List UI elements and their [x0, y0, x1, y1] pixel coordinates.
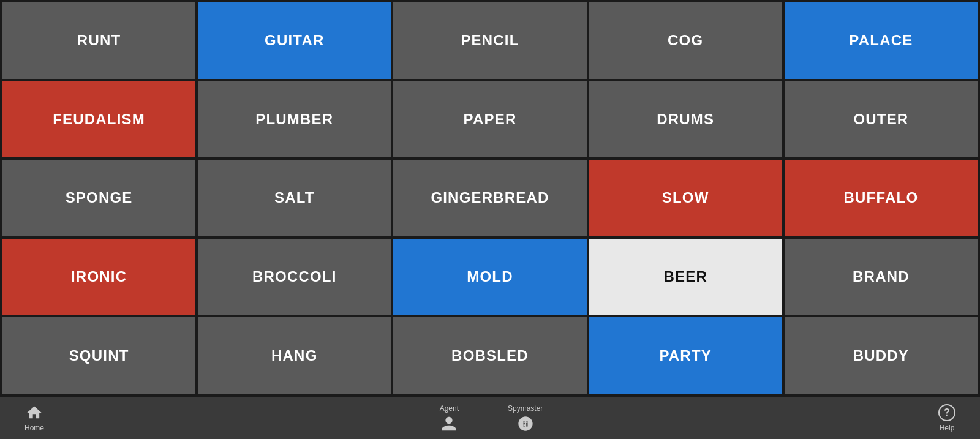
- agent-label: Agent: [440, 404, 459, 413]
- spymaster-nav[interactable]: Spymaster: [508, 404, 543, 432]
- center-nav: Agent Spymaster: [440, 404, 543, 432]
- help-label: Help: [940, 424, 955, 432]
- grid-cell-6[interactable]: PLUMBER: [198, 81, 391, 158]
- agent-nav[interactable]: Agent: [440, 404, 459, 432]
- bottom-navigation: Home Agent Spymaster ? Help: [0, 396, 980, 439]
- home-icon: [26, 404, 43, 421]
- grid-cell-0[interactable]: RUNT: [2, 2, 195, 79]
- agent-icon: [440, 415, 458, 432]
- grid-cell-1[interactable]: GUITAR: [198, 2, 391, 79]
- grid-cell-12[interactable]: GINGERBREAD: [393, 160, 586, 236]
- grid-cell-11[interactable]: SALT: [198, 160, 391, 236]
- help-nav[interactable]: ? Help: [938, 404, 956, 432]
- grid-cell-5[interactable]: FEUDALISM: [2, 81, 195, 158]
- grid-cell-13[interactable]: SLOW: [589, 160, 782, 236]
- grid-cell-3[interactable]: COG: [589, 2, 782, 79]
- home-label: Home: [24, 424, 44, 432]
- help-icon: ?: [938, 404, 956, 421]
- grid-cell-4[interactable]: PALACE: [785, 2, 978, 79]
- grid-cell-22[interactable]: BOBSLED: [393, 317, 586, 394]
- word-grid: RUNTGUITARPENCILCOGPALACEFEUDALISMPLUMBE…: [0, 0, 980, 396]
- grid-cell-9[interactable]: OUTER: [785, 81, 978, 158]
- grid-cell-20[interactable]: SQUINT: [2, 317, 195, 394]
- grid-cell-7[interactable]: PAPER: [393, 81, 586, 158]
- grid-cell-24[interactable]: BUDDY: [785, 317, 978, 394]
- grid-cell-2[interactable]: PENCIL: [393, 2, 586, 79]
- grid-cell-17[interactable]: MOLD: [393, 239, 586, 315]
- grid-cell-16[interactable]: BROCCOLI: [198, 239, 391, 315]
- grid-cell-8[interactable]: DRUMS: [589, 81, 782, 158]
- grid-cell-18[interactable]: BEER: [589, 239, 782, 315]
- grid-cell-23[interactable]: PARTY: [589, 317, 782, 394]
- grid-cell-10[interactable]: SPONGE: [2, 160, 195, 236]
- spymaster-icon: [517, 415, 534, 432]
- home-nav[interactable]: Home: [24, 404, 44, 432]
- grid-cell-19[interactable]: BRAND: [785, 239, 978, 315]
- spymaster-label: Spymaster: [508, 404, 543, 413]
- grid-cell-15[interactable]: IRONIC: [2, 239, 195, 315]
- grid-cell-21[interactable]: HANG: [198, 317, 391, 394]
- grid-cell-14[interactable]: BUFFALO: [785, 160, 978, 236]
